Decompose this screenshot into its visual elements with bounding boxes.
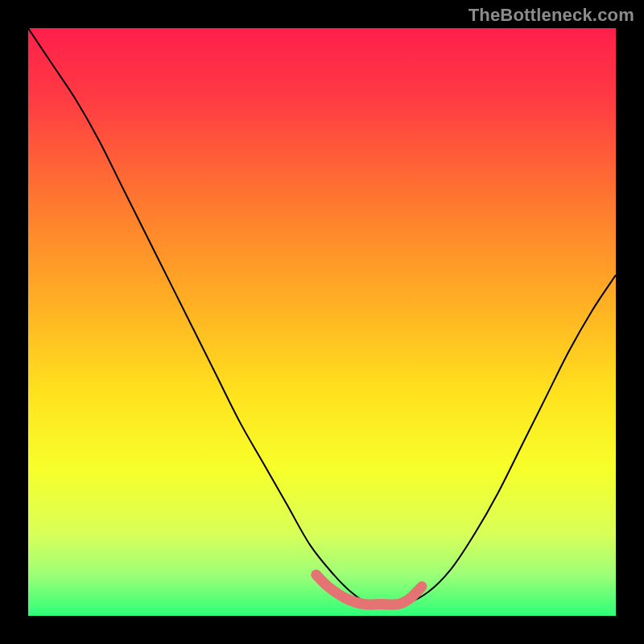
watermark-text: TheBottleneck.com	[469, 5, 634, 26]
bottleneck-chart	[0, 0, 644, 644]
chart-background	[28, 28, 616, 616]
